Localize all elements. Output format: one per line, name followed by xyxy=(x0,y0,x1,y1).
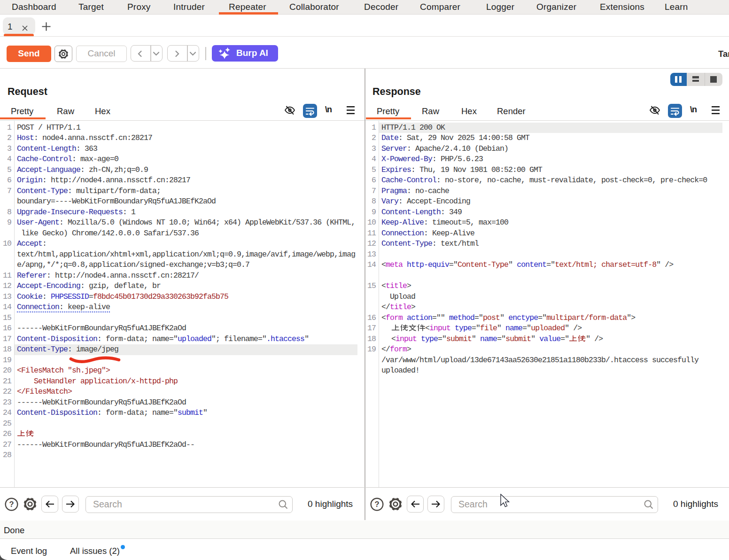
svg-text:?: ? xyxy=(374,500,379,508)
svg-text:?: ? xyxy=(9,500,14,508)
